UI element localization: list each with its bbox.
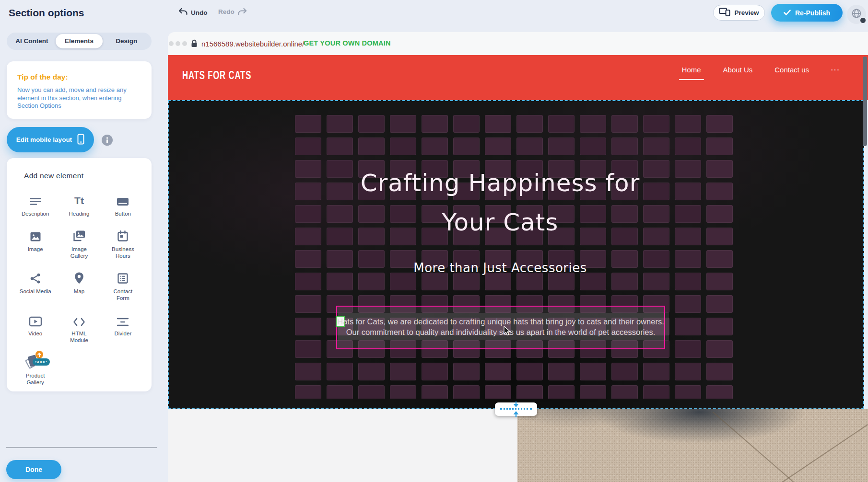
- hero-section-selected[interactable]: Crafting Happiness for Your Cats More th…: [168, 100, 864, 409]
- hero-tile: [327, 273, 353, 290]
- hero-tile: [548, 363, 575, 380]
- hero-tile: [422, 385, 448, 399]
- done-button[interactable]: Done: [6, 460, 61, 479]
- hero-tile: [295, 115, 321, 133]
- elements-grid: Description Tt Heading Button: [13, 192, 145, 386]
- hero-tile: [611, 115, 638, 133]
- product-gallery-icon: SHOP: [25, 354, 46, 369]
- tab-ai-content[interactable]: AI Content: [8, 34, 56, 48]
- hero-tile: [390, 385, 416, 399]
- hero-tile: [611, 363, 638, 380]
- tab-elements[interactable]: Elements: [56, 34, 103, 48]
- edit-mobile-layout-button[interactable]: Edit mobile layout: [7, 127, 94, 152]
- heading-icon: Tt: [74, 192, 84, 207]
- hero-tile: [358, 138, 385, 155]
- hero-tile: [358, 385, 385, 399]
- preview-button[interactable]: Preview: [713, 5, 765, 21]
- hero-tile: [706, 385, 733, 399]
- element-divider[interactable]: Divider: [102, 311, 144, 344]
- hero-heading-line2: Your Cats: [169, 203, 832, 242]
- preview-scrollbar[interactable]: [863, 57, 867, 146]
- hero-tile: [643, 115, 669, 133]
- element-image[interactable]: Image: [14, 227, 57, 259]
- republish-button[interactable]: Re-Publish: [771, 4, 843, 22]
- video-icon: [29, 311, 42, 327]
- undo-button[interactable]: Undo: [178, 8, 208, 17]
- nav-more-icon[interactable]: ···: [828, 66, 843, 80]
- info-icon[interactable]: [102, 135, 113, 146]
- hero-tile: [580, 363, 606, 380]
- redo-icon: [238, 8, 247, 15]
- hero-tile: [706, 295, 733, 313]
- element-contact-form[interactable]: Contact Form: [102, 269, 144, 301]
- upgrade-arrow-icon: [35, 351, 43, 358]
- nav-home[interactable]: Home: [679, 66, 704, 80]
- hero-tile: [295, 385, 321, 399]
- republish-label: Re-Publish: [795, 9, 830, 17]
- contact-form-icon: [117, 269, 129, 285]
- hero-tile: [390, 273, 416, 290]
- site-url[interactable]: n1566589.websitebuilder.online/: [201, 40, 304, 48]
- hero-tile: [422, 363, 448, 380]
- site-logo[interactable]: HATS FOR CATS: [182, 69, 251, 82]
- social-media-icon: [29, 269, 42, 285]
- tab-design[interactable]: Design: [103, 34, 150, 48]
- hero-tile: [643, 138, 669, 155]
- element-product-gallery[interactable]: SHOP Product Gallery: [14, 354, 57, 386]
- hero-tile: [390, 363, 416, 380]
- nav-contact-us[interactable]: Contact us: [772, 66, 812, 80]
- element-button[interactable]: Button: [102, 192, 144, 217]
- nav-about-us[interactable]: About Us: [720, 66, 756, 80]
- page-title: Section options: [9, 7, 84, 19]
- hero-tile: [675, 273, 701, 290]
- hero-heading-line1: Crafting Happiness for: [169, 163, 832, 203]
- hero-tile: [706, 115, 733, 133]
- add-element-title: Add new element: [13, 172, 145, 180]
- add-new-element-card: Add new element Description Tt Heading: [7, 158, 152, 391]
- hero-tile: [643, 273, 669, 290]
- hero-tile: [611, 273, 638, 290]
- language-globe-button[interactable]: [847, 5, 866, 24]
- selected-text-element[interactable]: Hats for Cats, we are dedicated to craft…: [336, 306, 665, 349]
- hero-tile: [327, 363, 353, 380]
- hero-tile: [548, 115, 575, 133]
- hero-tile: [643, 363, 669, 380]
- redo-button[interactable]: Redo: [218, 8, 247, 15]
- code-brackets-icon: [72, 311, 86, 327]
- hero-heading[interactable]: Crafting Happiness for Your Cats: [169, 163, 832, 242]
- phone-icon: [77, 134, 84, 146]
- element-image-gallery[interactable]: Image Gallery: [58, 227, 100, 259]
- element-business-hours[interactable]: Business Hours: [102, 227, 144, 259]
- hero-tile: [485, 115, 511, 133]
- hero-tile: [548, 138, 575, 155]
- divider-icon: [116, 311, 129, 327]
- hero-tile: [422, 138, 448, 155]
- next-section-pavement-image: [517, 409, 868, 482]
- get-your-own-domain-link[interactable]: GET YOUR OWN DOMAIN: [304, 39, 391, 47]
- hero-tile: [453, 138, 480, 155]
- image-icon: [29, 227, 42, 242]
- hero-tile: [516, 115, 543, 133]
- element-html-module[interactable]: HTML Module: [58, 311, 100, 344]
- hero-tile: [485, 363, 511, 380]
- element-map[interactable]: Map: [58, 269, 100, 301]
- hero-paragraph-line1: Hats for Cats, we are dedicated to craft…: [337, 317, 664, 327]
- shop-badge: SHOP: [33, 358, 50, 366]
- hero-tile: [295, 340, 321, 358]
- hero-tile: [675, 340, 701, 358]
- hero-tile: [516, 385, 543, 399]
- edit-mobile-label: Edit mobile layout: [16, 136, 72, 143]
- check-icon: [784, 9, 791, 17]
- section-resize-handle[interactable]: [495, 402, 537, 416]
- hero-tiles-backdrop: [295, 115, 740, 399]
- panel-divider: [6, 447, 157, 448]
- hero-tile: [422, 115, 448, 133]
- element-social-media[interactable]: Social Media: [14, 269, 57, 301]
- business-hours-icon: [117, 227, 129, 242]
- element-description[interactable]: Description: [14, 192, 57, 217]
- hero-subheading[interactable]: More than Just Accessories: [169, 261, 832, 275]
- element-video[interactable]: Video: [14, 311, 57, 344]
- element-heading[interactable]: Tt Heading: [58, 192, 100, 217]
- window-dot-2: [176, 41, 180, 46]
- hero-tile: [295, 318, 321, 335]
